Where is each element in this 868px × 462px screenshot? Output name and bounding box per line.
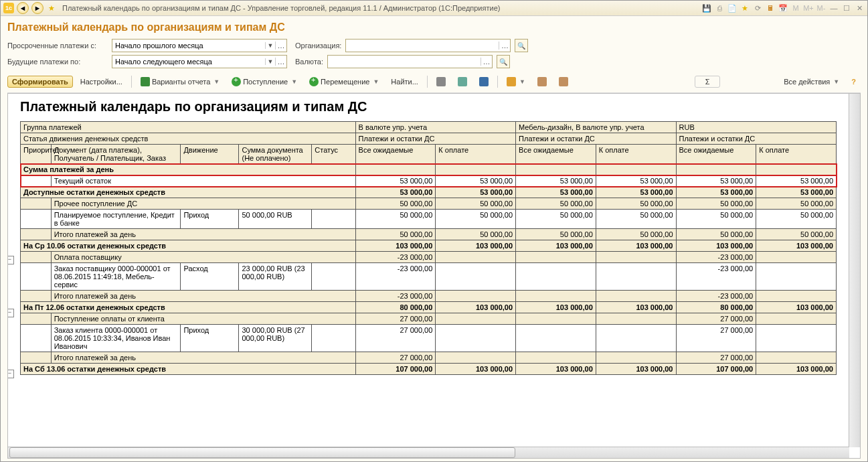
future-combo[interactable]: ▼ … — [112, 55, 287, 68]
hdr-movement: Движение — [181, 145, 239, 164]
hdr-pay-b: Платежи и остатки ДС — [355, 133, 515, 145]
nav-back-icon[interactable]: ◄ — [17, 2, 29, 14]
plus-icon — [232, 77, 241, 86]
dropdown-icon[interactable]: ▼ — [265, 58, 275, 65]
preview-button[interactable] — [453, 75, 472, 88]
saveas-button[interactable] — [474, 75, 493, 88]
sum-button[interactable]: Σ — [695, 76, 720, 88]
hdr-doc: Документ (дата платежа), Получатель / Пл… — [51, 145, 181, 164]
disk-icon — [479, 77, 489, 86]
export-button[interactable] — [554, 75, 573, 88]
generate-button[interactable]: Сформировать — [7, 76, 73, 88]
hdr-expected: Все ожидаемые — [355, 145, 436, 164]
star-icon[interactable]: ★ — [46, 3, 57, 13]
hdr-pay-c: Платежи и остатки ДС — [516, 133, 676, 145]
calendar-icon[interactable]: 📅 — [778, 3, 788, 13]
history-icon[interactable]: ⟳ — [752, 3, 763, 13]
hdr-colb: В валюте упр. учета — [355, 122, 515, 133]
currency-combo[interactable]: … — [327, 55, 493, 68]
table-button[interactable] — [533, 75, 551, 88]
report-area[interactable]: Платежный календарь по организациям и ти… — [7, 93, 861, 459]
row-current-balance: Текущий остаток 53 000,0053 000,00 53 00… — [21, 175, 837, 187]
hdr-amount: Сумма документа (Не оплачено) — [239, 145, 312, 164]
overdue-label: Просроченные платежи с: — [7, 42, 108, 50]
save-icon[interactable]: 💾 — [701, 3, 712, 13]
ellipsis-icon[interactable]: … — [275, 42, 286, 50]
row-total-day-2: Итого платежей за день -23 000,00 -23 00… — [21, 291, 837, 302]
content: Платежный календарь по организациям и ти… — [1, 16, 867, 461]
preview-icon — [458, 77, 467, 86]
mail-button[interactable]: ▼ — [502, 75, 530, 88]
doc-icon[interactable]: 📄 — [727, 3, 737, 13]
vertical-scrollbar[interactable] — [849, 94, 860, 447]
tree-toggle[interactable]: − — [7, 256, 14, 264]
hdr-group: Группа платежей — [21, 122, 356, 133]
app-icon: 1c — [3, 3, 14, 13]
overdue-combo[interactable]: ▼ … — [112, 39, 287, 52]
row-total-day-3: Итого платежей за день 27 000,00 27 000,… — [21, 352, 837, 364]
mplus-icon[interactable]: M+ — [803, 3, 814, 13]
print-icon[interactable]: ⎙ — [714, 3, 725, 13]
org-label: Организация: — [295, 42, 341, 50]
dropdown-icon[interactable]: ▼ — [265, 42, 275, 49]
variants-button[interactable]: Варианты отчета▼ — [136, 75, 224, 88]
row-sum-day: Сумма платежей за день — [21, 164, 837, 175]
nav-fwd-icon[interactable]: ► — [31, 2, 44, 14]
ellipsis-icon[interactable]: … — [481, 58, 492, 66]
row-other-income: Прочее поступление ДС 50 000,0050 000,00… — [21, 198, 837, 210]
hdr-colc: Мебель-дизайн, В валюте упр. учета — [516, 122, 676, 133]
hdr-pay-d: Платежи и остатки ДС — [676, 133, 837, 145]
all-actions-button[interactable]: Все действия▼ — [779, 76, 844, 88]
close-icon[interactable]: ✕ — [854, 3, 865, 13]
printer-icon — [436, 77, 446, 86]
fav-icon[interactable]: ★ — [740, 3, 750, 13]
ellipsis-icon[interactable]: … — [275, 58, 286, 66]
row-client-pay: Поступление оплаты от клиента 27 000,00 … — [21, 313, 837, 325]
hdr-status: Статус — [312, 145, 355, 164]
future-input[interactable] — [112, 56, 265, 67]
toolbar: Сформировать Настройки... Варианты отчет… — [7, 72, 861, 93]
settings-button[interactable]: Настройки... — [76, 76, 127, 88]
app-window: 1c ◄ ► ★ Платежный календарь по организа… — [0, 0, 868, 462]
search-icon[interactable]: 🔍 — [497, 55, 510, 68]
hdr-cold: RUB — [676, 122, 837, 133]
overdue-input[interactable] — [112, 40, 265, 51]
mminus-icon[interactable]: M- — [816, 3, 827, 13]
print-button[interactable] — [432, 75, 450, 88]
titlebar: 1c ◄ ► ★ Платежный календарь по организа… — [1, 1, 867, 16]
transfer-button[interactable]: Перемещение▼ — [305, 75, 383, 88]
plus-icon — [309, 77, 319, 86]
future-label: Будущие платежи по: — [7, 58, 108, 66]
currency-label: Валюта: — [295, 58, 323, 66]
hdr-cashflow: Статья движения денежных средств — [21, 133, 356, 145]
find-button[interactable]: Найти... — [386, 76, 423, 88]
ellipsis-icon[interactable]: … — [499, 42, 510, 50]
income-button[interactable]: Поступление▼ — [227, 75, 302, 88]
report-title: Платежный календарь по организациям и ти… — [20, 99, 855, 114]
help-button[interactable]: ? — [847, 76, 861, 88]
grid-icon — [537, 77, 547, 86]
hdr-topay: К оплате — [436, 145, 516, 164]
hdr-topay: К оплате — [596, 145, 676, 164]
hdr-expected: Все ожидаемые — [676, 145, 756, 164]
m-icon[interactable]: M — [790, 3, 801, 13]
row-available: Доступные остатки денежных средств 53 00… — [21, 187, 837, 198]
page-title: Платежный календарь по организациям и ти… — [7, 21, 861, 33]
filters: Просроченные платежи с: ▼ … Организация:… — [7, 39, 861, 68]
report-table: Группа платежей В валюте упр. учета Мебе… — [20, 121, 837, 375]
hdr-topay: К оплате — [756, 145, 837, 164]
row-sat-1306: На Сб 13.06 остатки денежных средств 107… — [21, 364, 837, 375]
tree-toggle[interactable]: − — [7, 309, 14, 317]
row-planned-income: Планируемое поступление, Кредит в банке … — [21, 210, 837, 229]
maximize-icon[interactable]: ☐ — [841, 3, 852, 13]
row-fri-1206: На Пт 12.06 остатки денежных средств 80 … — [21, 302, 837, 313]
horizontal-scrollbar[interactable] — [8, 447, 849, 458]
currency-input[interactable] — [328, 56, 481, 67]
calc-icon[interactable]: 🖩 — [765, 3, 776, 13]
org-input[interactable] — [346, 40, 499, 51]
row-supplier-pay: Оплата поставщику -23 000,00 -23 000,00 — [21, 252, 837, 263]
tree-toggle[interactable]: − — [7, 370, 14, 378]
search-icon[interactable]: 🔍 — [515, 39, 528, 52]
minimize-icon[interactable]: — — [829, 3, 839, 13]
org-combo[interactable]: … — [345, 39, 511, 52]
